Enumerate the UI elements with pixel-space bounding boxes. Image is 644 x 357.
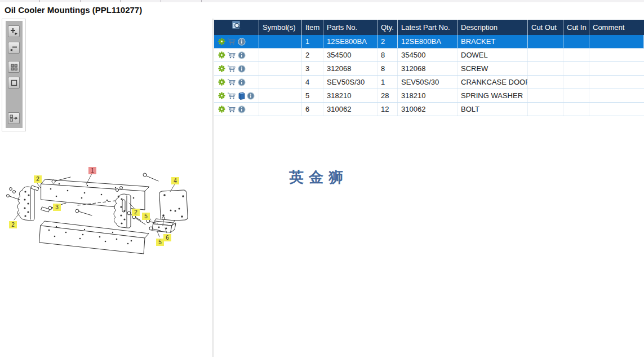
window-top-strip [0, 0, 644, 2]
list-arrow-icon [10, 114, 18, 122]
exploded-view-drawing [3, 162, 200, 264]
cell-cut_in [563, 89, 589, 102]
table-row[interactable]: 23545008354500DOWEL [214, 49, 644, 62]
column-header-symbols[interactable]: Symbol(s) [259, 20, 302, 35]
cell-symbols [259, 35, 302, 48]
cell-item: 4 [302, 76, 323, 89]
cell-cut_out [528, 89, 563, 102]
pane-divider [212, 19, 214, 357]
table-row[interactable]: 4SEV50S/301SEV50S/30CRANKCASE DOOR [214, 76, 644, 89]
cart-icon[interactable] [227, 65, 236, 72]
cart-icon[interactable] [227, 78, 236, 86]
page-title: Oil Cooler Mountings (PPL110277) [5, 5, 142, 15]
show-list-button[interactable] [8, 112, 20, 124]
table-search-icon [232, 20, 242, 35]
cell-qty: 1 [377, 76, 398, 89]
cell-comment [589, 76, 644, 89]
zoom-selection-button[interactable] [8, 77, 20, 89]
zoom-out-button[interactable] [8, 42, 20, 54]
cell-cut_out [528, 62, 563, 75]
cell-cut_out [528, 76, 563, 89]
parts-table-body: 112SE800BA212SE800BABRACKET 235450083545… [214, 35, 644, 116]
cell-description: CRANKCASE DOOR [458, 76, 528, 89]
cell-item: 1 [302, 35, 323, 48]
cell-cut_in [563, 76, 589, 89]
cell-latest_part_no: 354500 [398, 49, 458, 61]
info-icon[interactable] [238, 38, 246, 46]
gear-icon[interactable] [218, 92, 225, 99]
diagram-callout-5[interactable]: 5 [156, 239, 164, 246]
cell-cut_in [563, 62, 589, 75]
cart-icon[interactable] [227, 51, 236, 59]
zoom-in-button[interactable] [8, 25, 20, 37]
diagram-callout-2[interactable]: 2 [132, 209, 140, 216]
column-header-parts_no[interactable]: Parts No. [323, 20, 377, 35]
cell-icons [214, 103, 259, 116]
column-header-description[interactable]: Description [458, 20, 528, 35]
top-strip-tick [120, 0, 121, 2]
cell-cut_out [528, 103, 563, 116]
cell-parts_no: 12SE800BA [323, 35, 377, 48]
cell-cut_in [563, 49, 589, 61]
cell-item: 2 [302, 49, 323, 61]
diagram-callout-5[interactable]: 5 [142, 213, 150, 220]
minus-arrow-icon [10, 43, 18, 52]
top-strip-tick [161, 0, 161, 2]
table-row[interactable]: 33120688312068SCREW [214, 62, 644, 76]
cell-icons [214, 62, 259, 75]
column-header-latest_part_no[interactable]: Latest Part No. [398, 20, 458, 35]
diagram-callout-3[interactable]: 3 [53, 204, 61, 211]
info-icon[interactable] [238, 105, 246, 113]
column-header-icons[interactable] [214, 20, 259, 35]
cell-description: BOLT [458, 103, 528, 116]
gear-icon[interactable] [218, 51, 225, 59]
cell-item: 5 [302, 89, 323, 102]
cell-latest_part_no: 12SE800BA [398, 35, 458, 48]
cell-latest_part_no: 310062 [398, 103, 458, 116]
column-header-item[interactable]: Item [302, 20, 323, 35]
gear-icon[interactable] [218, 78, 225, 86]
info-icon[interactable] [238, 78, 246, 86]
cell-description: BRACKET [458, 35, 528, 48]
cart-icon[interactable] [227, 38, 236, 45]
column-header-comment[interactable]: Comment [589, 20, 644, 35]
diagram-callout-6[interactable]: 6 [163, 234, 171, 241]
diagram-callout-2[interactable]: 2 [34, 175, 42, 183]
info-icon[interactable] [238, 51, 246, 59]
diagram-callout-2[interactable]: 2 [9, 221, 17, 228]
cart-icon[interactable] [227, 105, 236, 113]
book-icon[interactable] [238, 92, 245, 100]
cell-symbols [259, 49, 302, 61]
column-header-qty[interactable]: Qty. [377, 20, 398, 35]
diagram-callout-1[interactable]: 1 [88, 167, 96, 174]
cell-qty: 12 [377, 103, 398, 116]
cell-item: 6 [302, 103, 323, 116]
grid-icon [10, 63, 18, 71]
cell-qty: 28 [377, 89, 398, 102]
cell-description: SPRING WASHER [458, 89, 528, 102]
toolbar-strip [6, 21, 23, 128]
table-row[interactable]: 112SE800BA212SE800BABRACKET [214, 35, 644, 49]
diagram-callout-4[interactable]: 4 [171, 177, 179, 184]
square-icon [10, 79, 18, 87]
cell-qty: 2 [377, 35, 398, 48]
table-row[interactable]: 631006212310062BOLT [214, 103, 644, 116]
table-row[interactable]: 531821028318210SPRING WASHER [214, 89, 644, 103]
cell-latest_part_no: SEV50S/30 [398, 76, 458, 89]
cell-description: SCREW [458, 62, 528, 75]
gear-icon[interactable] [218, 105, 225, 113]
info-icon[interactable] [247, 92, 255, 100]
cell-latest_part_no: 312068 [398, 62, 458, 75]
cart-icon[interactable] [227, 92, 236, 99]
cell-parts_no: SEV50S/30 [323, 76, 377, 89]
cell-icons [214, 49, 259, 61]
gear-icon[interactable] [218, 38, 225, 45]
cell-parts_no: 312068 [323, 62, 377, 75]
tile-views-button[interactable] [8, 61, 20, 73]
gear-icon[interactable] [218, 65, 225, 72]
column-header-cut_out[interactable]: Cut Out [528, 20, 563, 35]
info-icon[interactable] [238, 65, 246, 73]
column-header-cut_in[interactable]: Cut In [563, 20, 589, 35]
cell-cut_out [528, 49, 563, 61]
parts-table: Symbol(s)ItemParts No.Qty.Latest Part No… [214, 20, 644, 116]
